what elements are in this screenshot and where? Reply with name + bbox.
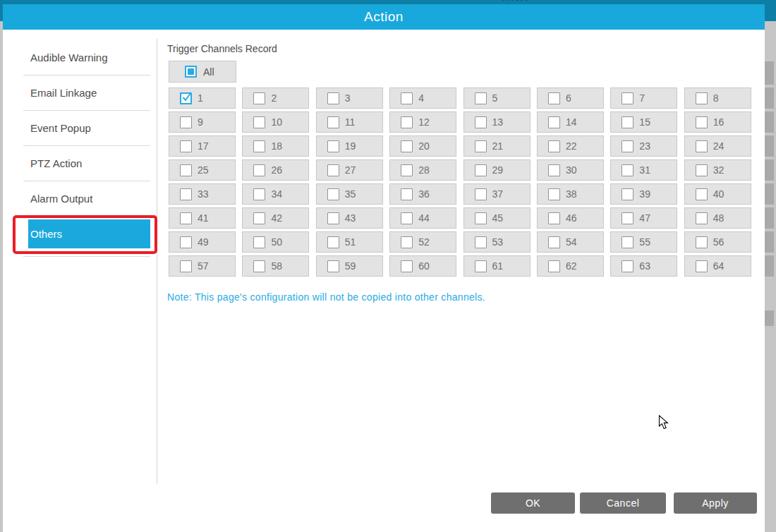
channel-cell-37[interactable]: 37	[463, 183, 531, 205]
all-checkbox-indeterminate[interactable]	[185, 66, 197, 78]
channel-cell-36[interactable]: 36	[389, 183, 456, 205]
channel-cell-44[interactable]: 44	[389, 207, 456, 229]
channel-checkbox[interactable]	[253, 92, 265, 104]
channel-checkbox[interactable]	[180, 116, 192, 128]
channel-checkbox[interactable]	[696, 188, 708, 200]
channel-checkbox[interactable]	[327, 212, 339, 224]
channel-checkbox[interactable]	[253, 212, 265, 224]
channel-cell-42[interactable]: 42	[242, 207, 309, 229]
channel-cell-62[interactable]: 62	[537, 255, 604, 277]
channel-cell-31[interactable]: 31	[610, 159, 677, 181]
channel-checkbox[interactable]	[253, 164, 265, 176]
channel-checkbox[interactable]	[622, 212, 633, 224]
channel-checkbox[interactable]	[548, 116, 560, 128]
channel-checkbox[interactable]	[475, 188, 487, 200]
channel-checkbox[interactable]	[327, 92, 339, 104]
channel-cell-9[interactable]: 9	[169, 111, 236, 133]
channel-cell-23[interactable]: 23	[610, 135, 677, 157]
channel-checkbox[interactable]	[696, 164, 708, 176]
sidebar-item-ptz-action[interactable]: PTZ Action	[23, 145, 150, 181]
channel-cell-19[interactable]: 19	[316, 135, 383, 157]
channel-cell-27[interactable]: 27	[316, 159, 383, 181]
channel-checkbox[interactable]	[475, 92, 487, 104]
channel-checkbox[interactable]	[401, 236, 413, 248]
channel-checkbox[interactable]	[548, 236, 560, 248]
channel-checkbox[interactable]	[548, 212, 560, 224]
channel-checkbox[interactable]	[180, 188, 192, 200]
channel-checkbox[interactable]	[253, 236, 265, 248]
channel-checkbox[interactable]	[180, 236, 192, 248]
channel-checkbox[interactable]	[548, 164, 560, 176]
channel-checkbox[interactable]	[696, 236, 708, 248]
channel-cell-30[interactable]: 30	[537, 159, 604, 181]
channel-cell-21[interactable]: 21	[463, 135, 531, 157]
channel-cell-12[interactable]: 12	[389, 111, 456, 133]
all-checkbox-button[interactable]: All	[169, 61, 236, 83]
channel-checkbox[interactable]	[475, 140, 487, 152]
channel-cell-41[interactable]: 41	[169, 207, 236, 229]
channel-cell-48[interactable]: 48	[684, 207, 751, 229]
channel-cell-26[interactable]: 26	[242, 159, 309, 181]
channel-cell-6[interactable]: 6	[537, 87, 604, 109]
channel-checkbox[interactable]	[327, 140, 339, 152]
channel-cell-46[interactable]: 46	[537, 207, 604, 229]
channel-cell-22[interactable]: 22	[537, 135, 604, 157]
cancel-button[interactable]: Cancel	[580, 492, 666, 514]
channel-cell-13[interactable]: 13	[463, 111, 531, 133]
channel-checkbox[interactable]	[622, 260, 633, 272]
channel-checkbox[interactable]	[401, 260, 413, 272]
channel-cell-56[interactable]: 56	[684, 231, 751, 253]
channel-checkbox[interactable]	[327, 164, 339, 176]
channel-checkbox[interactable]	[180, 212, 192, 224]
channel-cell-2[interactable]: 2	[242, 87, 309, 109]
channel-checkbox[interactable]	[475, 212, 487, 224]
channel-cell-28[interactable]: 28	[389, 159, 456, 181]
channel-checkbox[interactable]	[180, 260, 192, 272]
channel-cell-52[interactable]: 52	[389, 231, 456, 253]
sidebar-item-audible-warning[interactable]: Audible Warning	[23, 40, 150, 75]
apply-button[interactable]: Apply	[674, 492, 757, 514]
channel-checkbox[interactable]	[696, 212, 708, 224]
channel-cell-34[interactable]: 34	[242, 183, 309, 205]
channel-checkbox[interactable]	[253, 116, 265, 128]
channel-cell-59[interactable]: 59	[316, 255, 383, 277]
channel-cell-60[interactable]: 60	[389, 255, 456, 277]
sidebar-item-others[interactable]: Others	[28, 219, 150, 248]
channel-cell-8[interactable]: 8	[684, 87, 751, 109]
channel-checkbox[interactable]	[327, 116, 339, 128]
channel-cell-16[interactable]: 16	[684, 111, 751, 133]
channel-checkbox[interactable]	[696, 116, 708, 128]
sidebar-item-event-popup[interactable]: Event Popup	[23, 110, 150, 145]
channel-cell-53[interactable]: 53	[463, 231, 531, 253]
channel-cell-5[interactable]: 5	[463, 87, 531, 109]
channel-checkbox[interactable]	[622, 236, 633, 248]
channel-checkbox[interactable]	[548, 260, 560, 272]
channel-cell-29[interactable]: 29	[463, 159, 531, 181]
channel-cell-58[interactable]: 58	[242, 255, 309, 277]
channel-checkbox[interactable]	[253, 140, 265, 152]
sidebar-item-alarm-output[interactable]: Alarm Output	[23, 181, 150, 216]
channel-cell-45[interactable]: 45	[463, 207, 531, 229]
channel-checkbox[interactable]	[475, 260, 487, 272]
channel-checkbox[interactable]	[401, 212, 413, 224]
channel-cell-55[interactable]: 55	[610, 231, 677, 253]
channel-checkbox[interactable]	[548, 188, 560, 200]
channel-cell-47[interactable]: 47	[610, 207, 677, 229]
channel-cell-14[interactable]: 14	[537, 111, 604, 133]
channel-cell-51[interactable]: 51	[316, 231, 383, 253]
channel-checkbox[interactable]	[401, 140, 413, 152]
channel-cell-43[interactable]: 43	[316, 207, 383, 229]
channel-checkbox[interactable]	[696, 92, 708, 104]
channel-cell-50[interactable]: 50	[242, 231, 309, 253]
channel-cell-20[interactable]: 20	[389, 135, 456, 157]
channel-checkbox[interactable]	[401, 188, 413, 200]
channel-cell-17[interactable]: 17	[169, 135, 236, 157]
ok-button[interactable]: OK	[491, 492, 575, 514]
channel-checkbox[interactable]	[622, 188, 633, 200]
channel-checkbox[interactable]	[475, 236, 487, 248]
channel-cell-32[interactable]: 32	[684, 159, 751, 181]
channel-checkbox[interactable]	[475, 116, 487, 128]
channel-cell-40[interactable]: 40	[684, 183, 751, 205]
channel-cell-11[interactable]: 11	[316, 111, 383, 133]
channel-checkbox[interactable]	[327, 260, 339, 272]
